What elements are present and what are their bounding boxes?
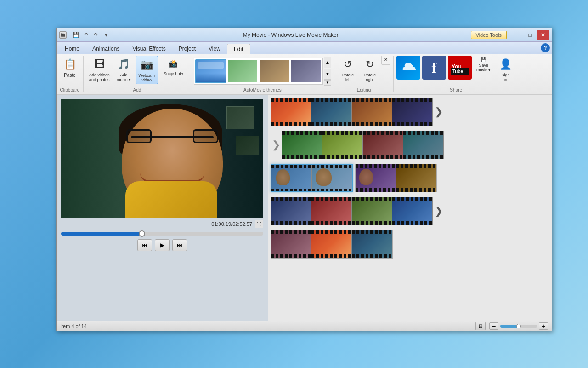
clip-row-2-prev[interactable]: ❯ bbox=[271, 131, 282, 159]
clip-thumb-5-2[interactable] bbox=[311, 230, 352, 258]
theme-item-3[interactable] bbox=[259, 59, 290, 83]
add-music-button[interactable]: 🎵 Addmusic ▾ bbox=[113, 56, 135, 83]
fullscreen-button[interactable]: ⛶ bbox=[255, 220, 263, 228]
help-button[interactable]: ? bbox=[541, 43, 550, 52]
playback-controls: ⏮ ▶ ⏭ bbox=[61, 237, 263, 253]
share-group-label: Share bbox=[396, 86, 516, 92]
share-group: f You Tube 💾 Savemovie ▾ bbox=[394, 56, 519, 92]
system-menu-icon[interactable]: 🎬 bbox=[59, 31, 67, 39]
undo-qat-button[interactable]: ↶ bbox=[81, 30, 90, 40]
minimize-button[interactable]: ─ bbox=[511, 30, 523, 40]
theme-item-4[interactable] bbox=[290, 59, 322, 83]
rotate-left-icon: ↺ bbox=[340, 57, 355, 72]
clip-thumb-3b-1[interactable] bbox=[356, 164, 396, 192]
snapshot-button[interactable]: 📸 Snapshot ▾ bbox=[159, 56, 188, 78]
save-movie-button[interactable]: 💾 Savemovie ▾ bbox=[474, 56, 494, 74]
themes-more[interactable]: ▼ bbox=[324, 80, 331, 86]
snapshot-expand-button[interactable]: Snapshot ▾ bbox=[162, 70, 185, 77]
clip-thumb-2-1[interactable] bbox=[282, 131, 322, 159]
fast-forward-button[interactable]: ⏭ bbox=[172, 239, 187, 251]
zoom-slider[interactable] bbox=[500, 325, 537, 328]
skydrive-button[interactable] bbox=[396, 56, 420, 80]
zoom-slider-thumb[interactable] bbox=[516, 324, 521, 328]
facebook-button[interactable]: f bbox=[422, 56, 446, 80]
skydrive-icon bbox=[399, 58, 418, 77]
rotate-right-button[interactable]: ↻ Rotateright bbox=[359, 56, 380, 83]
clip-thumb-3b-2[interactable] bbox=[396, 164, 436, 192]
clip-thumb-3-2[interactable] bbox=[312, 165, 352, 192]
themes-scroll-up[interactable]: ▲ bbox=[324, 57, 331, 68]
clipboard-group-label: Clipboard bbox=[59, 86, 80, 92]
clip-strip-2 bbox=[282, 131, 444, 159]
tab-edit[interactable]: Edit bbox=[227, 44, 250, 54]
close-button[interactable]: ✕ bbox=[537, 30, 549, 40]
theme-item-1[interactable] bbox=[195, 59, 226, 83]
clip-thumb-5-3[interactable] bbox=[352, 230, 392, 258]
clip-thumb-1-4[interactable] bbox=[392, 98, 433, 126]
tab-visual-effects[interactable]: Visual Effects bbox=[126, 44, 172, 54]
rotate-left-button[interactable]: ↺ Rotateleft bbox=[337, 56, 358, 83]
themes-group-label: AutoMovie themes bbox=[194, 86, 331, 92]
clip-thumb-2-3[interactable] bbox=[363, 131, 403, 159]
tab-animations[interactable]: Animations bbox=[86, 44, 126, 54]
storyboard-view-button[interactable]: ⊟ bbox=[475, 322, 486, 330]
clip-thumb-5-1[interactable] bbox=[271, 230, 311, 258]
preview-panel: 01:00.19/02:52.57 ⛶ ⏮ ▶ ⏭ bbox=[57, 95, 268, 321]
clip-thumb-4-4[interactable] bbox=[392, 197, 433, 225]
video-tools-badge: Video Tools bbox=[471, 31, 507, 39]
add-videos-button[interactable]: 🎞 Add videosand photos bbox=[86, 56, 113, 83]
paste-icon: 📋 bbox=[62, 57, 77, 72]
clip-row-1-next[interactable]: ❯ bbox=[433, 98, 444, 126]
snapshot-top-button[interactable]: 📸 bbox=[162, 57, 185, 70]
themes-strip bbox=[194, 58, 323, 85]
clip-thumb-1-1[interactable] bbox=[271, 98, 311, 126]
clip-thumb-2-4[interactable] bbox=[403, 131, 444, 159]
zoom-controls: ⊟ − + bbox=[475, 322, 548, 330]
theme-item-2[interactable] bbox=[227, 59, 258, 83]
application-window: 🎬 💾 ↶ ↷ ▾ My Movie - Windows Live Movie … bbox=[56, 28, 552, 331]
add-group-content: 🎞 Add videosand photos 🎵 Addmusic ▾ 📷 We… bbox=[86, 56, 188, 86]
add-group: 🎞 Add videosand photos 🎵 Addmusic ▾ 📷 We… bbox=[84, 56, 191, 92]
maximize-button[interactable]: □ bbox=[524, 30, 536, 40]
clip-strip-1 bbox=[271, 98, 433, 126]
clip-thumb-3-1[interactable] bbox=[271, 165, 312, 192]
tab-project[interactable]: Project bbox=[172, 44, 202, 54]
zoom-in-button[interactable]: + bbox=[539, 322, 548, 330]
themes-scroll-down[interactable]: ▼ bbox=[324, 69, 331, 80]
svg-text:Tube: Tube bbox=[452, 69, 464, 74]
themes-group: ▲ ▼ ▼ AutoMovie themes bbox=[191, 56, 334, 92]
clip-thumb-2-2[interactable] bbox=[322, 131, 363, 159]
tab-home[interactable]: Home bbox=[58, 44, 86, 54]
zoom-out-button[interactable]: − bbox=[489, 322, 498, 330]
timeline-thumb[interactable] bbox=[139, 230, 145, 237]
clip-strip-3 bbox=[271, 164, 353, 192]
webcam-video-button[interactable]: 📷 Webcamvideo bbox=[136, 56, 158, 84]
storyboard-panel[interactable]: ❯ ❯ bbox=[268, 95, 552, 321]
share-group-content: f You Tube 💾 Savemovie ▾ bbox=[396, 56, 516, 86]
dropdown-qat-button[interactable]: ▾ bbox=[102, 30, 111, 40]
edit-option-1[interactable]: ✕ bbox=[381, 56, 390, 65]
rotate-right-icon: ↻ bbox=[362, 57, 377, 72]
clip-strip-3b bbox=[355, 164, 437, 192]
tab-view[interactable]: View bbox=[202, 44, 227, 54]
editing-group-content: ↺ Rotateleft ↻ Rotateright ✕ bbox=[337, 56, 390, 86]
sign-in-icon: 👤 bbox=[498, 57, 513, 72]
playback-timeline[interactable] bbox=[61, 232, 263, 236]
clip-thumb-1-2[interactable] bbox=[311, 98, 352, 126]
redo-qat-button[interactable]: ↷ bbox=[91, 30, 101, 40]
paste-button[interactable]: 📋 Paste bbox=[59, 56, 80, 79]
youtube-button[interactable]: You Tube bbox=[448, 56, 472, 80]
clip-row-5 bbox=[271, 230, 549, 259]
clip-row-4-next[interactable]: ❯ bbox=[433, 197, 444, 225]
clip-thumb-4-3[interactable] bbox=[352, 197, 392, 225]
sign-in-button[interactable]: 👤 Signin bbox=[495, 56, 515, 83]
save-qat-button[interactable]: 💾 bbox=[71, 30, 80, 40]
clip-thumb-4-1[interactable] bbox=[271, 197, 311, 225]
clip-thumb-4-2[interactable] bbox=[311, 197, 352, 225]
clipboard-group-content: 📋 Paste bbox=[59, 56, 80, 86]
rewind-button[interactable]: ⏮ bbox=[137, 239, 152, 251]
main-content: 01:00.19/02:52.57 ⛶ ⏮ ▶ ⏭ bbox=[57, 95, 552, 321]
timestamp-text: 01:00.19/02:52.57 bbox=[211, 221, 252, 227]
clip-thumb-1-3[interactable] bbox=[352, 98, 392, 126]
play-button[interactable]: ▶ bbox=[155, 239, 170, 251]
